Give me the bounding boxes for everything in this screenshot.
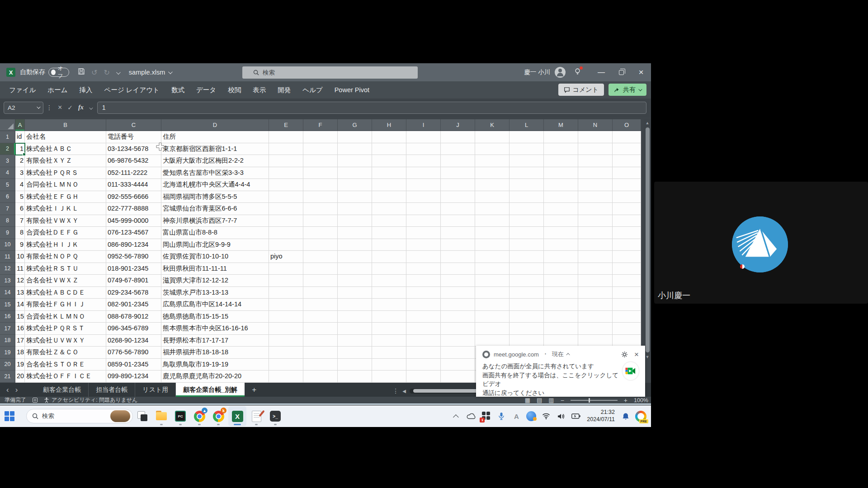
cell-D1[interactable]: 住所 (161, 131, 269, 143)
cell-J21[interactable] (441, 371, 475, 383)
vertical-scroll-thumb[interactable] (646, 127, 650, 352)
cell-F11[interactable] (303, 251, 338, 263)
cell-K15[interactable] (475, 299, 509, 311)
row-header-9[interactable]: 9 (0, 227, 15, 239)
autosave-switch[interactable]: オフ (48, 68, 69, 77)
column-header-H[interactable]: H (372, 119, 406, 131)
cell-A11[interactable]: 10 (15, 251, 25, 263)
cell-G16[interactable] (338, 311, 372, 323)
cell-N2[interactable] (578, 143, 613, 155)
cell-B16[interactable]: 合資会社ＫＬＭＮＯ (25, 311, 106, 323)
cell-L16[interactable] (509, 311, 544, 323)
cell-C7[interactable]: 022-777-8888 (106, 203, 161, 215)
cell-M5[interactable] (544, 179, 578, 191)
cell-H11[interactable] (372, 251, 406, 263)
cell-N1[interactable] (578, 131, 613, 143)
cell-M11[interactable] (544, 251, 578, 263)
normal-view-icon[interactable]: ▦ (525, 397, 530, 404)
cell-L17[interactable] (509, 323, 544, 335)
cell-L14[interactable] (509, 287, 544, 299)
volume-icon[interactable] (555, 410, 567, 422)
battery-icon[interactable] (570, 410, 582, 422)
cell-D18[interactable]: 長野県松本市17-17-17 (161, 335, 269, 347)
tabbar-menu-dots-icon[interactable]: ⋮ (392, 387, 399, 394)
tell-me-lightbulb-icon[interactable] (574, 68, 581, 77)
ribbon-tab-3[interactable]: ページ レイアウト (99, 86, 165, 94)
cell-J14[interactable] (441, 287, 475, 299)
cell-L11[interactable] (509, 251, 544, 263)
cell-I6[interactable] (406, 191, 441, 203)
cell-A21[interactable]: 20 (15, 371, 25, 383)
cell-O17[interactable] (613, 323, 641, 335)
cell-L13[interactable] (509, 275, 544, 287)
formula-input[interactable]: 1 (97, 102, 646, 114)
cell-K8[interactable] (475, 215, 509, 227)
row-header-2[interactable]: 2 (0, 143, 15, 155)
cell-A9[interactable]: 8 (15, 227, 25, 239)
cell-E16[interactable] (269, 311, 303, 323)
row-header-19[interactable]: 19 (0, 347, 15, 359)
restore-button[interactable] (611, 63, 631, 81)
cell-D3[interactable]: 大阪府大阪市北区梅田2-2-2 (161, 155, 269, 167)
excel-search-box[interactable]: 検索 (242, 66, 418, 79)
cell-A2[interactable]: 1 (15, 143, 25, 155)
cell-A14[interactable]: 13 (15, 287, 25, 299)
cell-C2[interactable]: 03-1234-5678 (106, 143, 161, 155)
cell-I20[interactable] (406, 359, 441, 371)
cell-C14[interactable]: 029-234-5678 (106, 287, 161, 299)
cell-D7[interactable]: 宮城県仙台市青葉区6-6-6 (161, 203, 269, 215)
cell-H4[interactable] (372, 167, 406, 179)
chrome-profile2-button[interactable]: k (209, 406, 227, 426)
confirm-entry-icon[interactable]: ✓ (67, 104, 73, 111)
ribbon-tab-file[interactable]: ファイル (0, 86, 42, 94)
cell-B21[interactable]: 株式会社ＯＦＦＩＣＥ (25, 371, 106, 383)
cell-M1[interactable] (544, 131, 578, 143)
cell-I7[interactable] (406, 203, 441, 215)
cell-L3[interactable] (509, 155, 544, 167)
column-header-G[interactable]: G (338, 119, 372, 131)
cell-D10[interactable]: 岡山県岡山市北区9-9-9 (161, 239, 269, 251)
cell-D12[interactable]: 秋田県秋田市11-11-11 (161, 263, 269, 275)
cell-M3[interactable] (544, 155, 578, 167)
zoom-out-icon[interactable]: − (561, 397, 564, 404)
cell-F19[interactable] (303, 347, 338, 359)
cell-H1[interactable] (372, 131, 406, 143)
cell-K6[interactable] (475, 191, 509, 203)
cell-N17[interactable] (578, 323, 613, 335)
cell-F18[interactable] (303, 335, 338, 347)
cell-K14[interactable] (475, 287, 509, 299)
cell-H5[interactable] (372, 179, 406, 191)
cell-F17[interactable] (303, 323, 338, 335)
cell-B6[interactable]: 株式会社ＥＦＧＨ (25, 191, 106, 203)
ribbon-tab-7[interactable]: 表示 (247, 86, 272, 94)
ribbon-tab-6[interactable]: 校閲 (222, 86, 247, 94)
page-break-view-icon[interactable]: ▥ (548, 397, 554, 404)
cell-A16[interactable]: 15 (15, 311, 25, 323)
cell-D19[interactable]: 福井県福井市18-18-18 (161, 347, 269, 359)
cell-G7[interactable] (338, 203, 372, 215)
cell-G20[interactable] (338, 359, 372, 371)
cell-I11[interactable] (406, 251, 441, 263)
accessibility-status[interactable]: アクセシビリティ: 問題ありません (44, 396, 137, 404)
cell-H15[interactable] (372, 299, 406, 311)
cell-A17[interactable]: 16 (15, 323, 25, 335)
cell-B15[interactable]: 有限会社ＦＧＨＩＪ (25, 299, 106, 311)
cell-A15[interactable]: 14 (15, 299, 25, 311)
cell-J19[interactable] (441, 347, 475, 359)
cell-I21[interactable] (406, 371, 441, 383)
cell-J1[interactable] (441, 131, 475, 143)
cell-D14[interactable]: 茨城県水戸市13-13-13 (161, 287, 269, 299)
cell-J4[interactable] (441, 167, 475, 179)
ribbon-tab-1[interactable]: ホーム (42, 86, 73, 94)
cell-I2[interactable] (406, 143, 441, 155)
cell-I12[interactable] (406, 263, 441, 275)
cell-N8[interactable] (578, 215, 613, 227)
cell-H9[interactable] (372, 227, 406, 239)
cell-B19[interactable]: 有限会社Ｚ＆ＣＯ (25, 347, 106, 359)
cell-M14[interactable] (544, 287, 578, 299)
cell-I3[interactable] (406, 155, 441, 167)
cell-A12[interactable]: 11 (15, 263, 25, 275)
ribbon-tab-9[interactable]: ヘルプ (297, 86, 329, 94)
cell-K16[interactable] (475, 311, 509, 323)
comments-button[interactable]: コメント (558, 84, 604, 96)
